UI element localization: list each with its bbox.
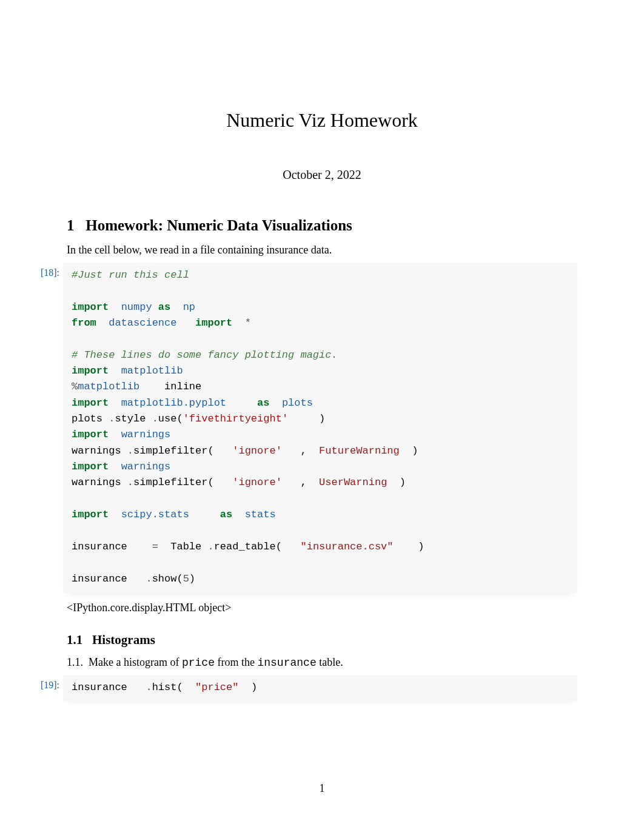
code-module: warnings xyxy=(121,429,171,440)
code-string: 'fivethirtyeight' xyxy=(183,413,288,424)
code-operator: . xyxy=(146,682,152,693)
task-text-b: from the xyxy=(217,656,254,668)
code-module: matplotlib xyxy=(121,365,183,377)
code-cell: [18]: #Just run this cell import numpy a… xyxy=(67,263,577,593)
code-identifier: simplefilter( xyxy=(133,477,214,488)
code-comma: , xyxy=(301,477,307,488)
code-operator: . xyxy=(207,541,213,552)
code-identifier: hist( xyxy=(152,682,183,693)
code-keyword: as xyxy=(158,301,170,313)
code-keyword: as xyxy=(220,509,232,520)
code-module: matplotlib.pyplot xyxy=(121,397,226,409)
code-identifier: insurance xyxy=(72,541,127,552)
task-code-term: insurance xyxy=(257,657,316,669)
task-text: 1.1. Make a histogram of price from the … xyxy=(67,656,577,669)
code-operator: . xyxy=(146,573,152,585)
code-keyword: import xyxy=(72,461,109,472)
cell-prompt: [18]: xyxy=(25,263,63,278)
subsection-number: 1.1 xyxy=(67,632,82,647)
code-operator: * xyxy=(245,317,251,329)
code-operator: . xyxy=(127,445,133,457)
code-module: datascience xyxy=(109,317,176,329)
code-class: UserWarning xyxy=(319,477,387,488)
code-class: FutureWarning xyxy=(319,445,400,457)
code-magic-arg: inline xyxy=(164,381,201,392)
code-identifier: show( xyxy=(152,573,183,585)
subsection-title: Histograms xyxy=(92,632,155,647)
code-keyword: import xyxy=(72,365,109,377)
code-identifier: warnings xyxy=(72,477,121,488)
code-paren: ) xyxy=(418,541,424,552)
code-identifier: warnings xyxy=(72,445,121,457)
code-identifier: simplefilter( xyxy=(133,445,214,457)
code-magic-percent: % xyxy=(72,381,78,392)
code-identifier: plots xyxy=(72,413,102,424)
section-number: 1 xyxy=(67,217,75,233)
code-module: warnings xyxy=(121,461,171,472)
code-operator: . xyxy=(152,413,158,424)
subsection-heading: 1.1 Histograms xyxy=(67,632,577,648)
code-string: 'ignore' xyxy=(232,445,282,457)
code-identifier: stats xyxy=(245,509,276,520)
code-identifier: use( xyxy=(158,413,183,424)
code-block: #Just run this cell import numpy as np f… xyxy=(63,263,577,593)
intro-text: In the cell below, we read in a file con… xyxy=(67,244,577,257)
page-title: Numeric Viz Homework xyxy=(67,109,577,132)
code-module: scipy.stats xyxy=(121,509,189,520)
code-paren: ) xyxy=(412,445,418,457)
code-keyword: from xyxy=(72,317,96,329)
section-title: Homework: Numeric Data Visualizations xyxy=(86,217,352,233)
task-code-term: price xyxy=(182,657,215,669)
code-keyword: import xyxy=(72,509,109,520)
section-heading: 1 Homework: Numeric Data Visualizations xyxy=(67,217,577,234)
code-magic: matplotlib xyxy=(78,381,139,392)
code-comment: # These lines do some fancy plotting mag… xyxy=(72,349,338,361)
task-text-a: Make a histogram of xyxy=(89,656,179,668)
code-keyword: import xyxy=(72,397,109,409)
code-identifier: insurance xyxy=(72,573,127,585)
code-comment: #Just run this cell xyxy=(72,269,189,281)
code-block: insurance .hist( "price" ) xyxy=(63,675,577,702)
code-comma: , xyxy=(301,445,307,457)
code-paren: ) xyxy=(319,413,325,424)
code-string: "insurance.csv" xyxy=(301,541,394,552)
code-paren: ) xyxy=(189,573,195,585)
code-keyword: import xyxy=(72,429,109,440)
document-date: October 2, 2022 xyxy=(67,168,577,182)
code-identifier: np xyxy=(183,301,195,313)
code-keyword: import xyxy=(195,317,232,329)
code-identifier: plots xyxy=(282,397,313,409)
code-string: 'ignore' xyxy=(232,477,282,488)
code-identifier: style xyxy=(115,413,146,424)
code-string: "price" xyxy=(195,682,238,693)
cell-output: <IPython.core.display.HTML object> xyxy=(67,602,577,614)
code-paren: ) xyxy=(400,477,406,488)
page: Numeric Viz Homework October 2, 2022 1 H… xyxy=(0,0,644,702)
code-operator: . xyxy=(127,477,133,488)
page-number: 1 xyxy=(0,782,644,795)
code-number: 5 xyxy=(183,573,189,585)
code-identifier: read_table( xyxy=(214,541,282,552)
code-cell: [19]: insurance .hist( "price" ) xyxy=(67,675,577,702)
task-text-c: table. xyxy=(319,656,343,668)
cell-prompt: [19]: xyxy=(25,675,63,691)
code-identifier: Table xyxy=(170,541,201,552)
code-module: numpy xyxy=(121,301,152,313)
code-paren: ) xyxy=(251,682,257,693)
code-keyword: import xyxy=(72,301,109,313)
code-operator: . xyxy=(109,413,115,424)
code-keyword: as xyxy=(257,397,269,409)
task-prefix: 1.1. xyxy=(67,656,83,668)
code-operator: = xyxy=(152,541,158,552)
code-identifier: insurance xyxy=(72,682,127,693)
